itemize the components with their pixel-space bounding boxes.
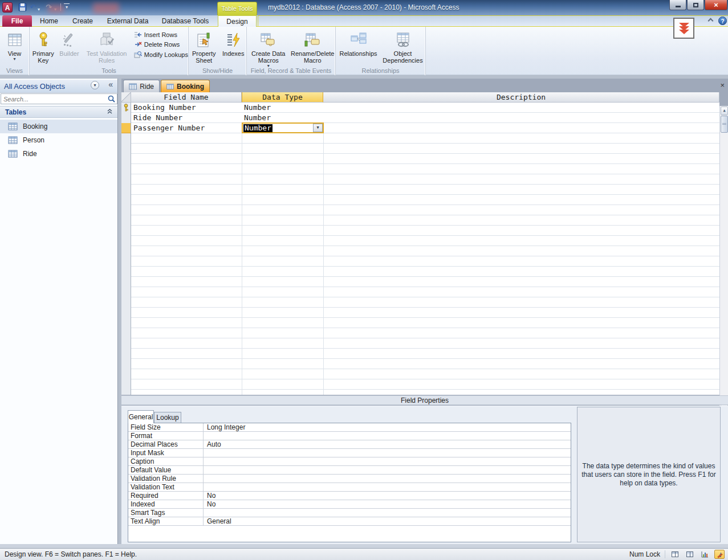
tab-file[interactable]: File bbox=[2, 15, 32, 27]
document-tab-ride[interactable]: Ride bbox=[123, 80, 160, 92]
grid-vertical-scrollbar[interactable]: ▲ ▼ bbox=[719, 106, 728, 408]
tab-lookup[interactable]: Lookup bbox=[154, 412, 181, 423]
down-arrow-icon bbox=[679, 30, 689, 34]
data-type-cell[interactable]: Number bbox=[242, 103, 323, 113]
wand-icon bbox=[62, 30, 76, 50]
relationships-button[interactable]: Relationships bbox=[336, 28, 381, 57]
primary-key-icon bbox=[123, 104, 129, 112]
search-input[interactable] bbox=[1, 93, 117, 104]
tab-external-data[interactable]: External Data bbox=[101, 15, 154, 27]
minimize-icon bbox=[676, 6, 681, 7]
qat-customize-icon[interactable]: ▾ bbox=[64, 3, 70, 10]
property-sheet-button[interactable]: Property Sheet bbox=[189, 28, 219, 64]
insert-rows-button[interactable]: Insert Rows bbox=[134, 31, 188, 38]
create-data-macros-button[interactable]: Create Data Macros ▾ bbox=[247, 28, 290, 68]
property-row-text-align[interactable]: Text Align General bbox=[128, 517, 571, 526]
column-header-description[interactable]: Description bbox=[323, 92, 719, 103]
minimize-button[interactable] bbox=[669, 0, 686, 10]
field-name-cell[interactable]: Passenger Number bbox=[131, 123, 242, 133]
nav-group-header-tables[interactable]: Tables bbox=[0, 106, 117, 118]
key-icon bbox=[38, 30, 49, 50]
delete-rows-label: Delete Rows bbox=[144, 41, 180, 48]
datasheet-view-button[interactable] bbox=[670, 550, 680, 559]
description-cell[interactable] bbox=[323, 103, 719, 113]
access-logo-icon[interactable]: A bbox=[2, 2, 13, 13]
field-row-ride-number[interactable]: Ride Number Number bbox=[121, 113, 719, 123]
macro-icon bbox=[303, 30, 322, 50]
sidebar-item-booking[interactable]: Booking bbox=[0, 120, 117, 133]
property-row-input-mask[interactable]: Input Mask bbox=[128, 449, 571, 457]
field-row-booking-number[interactable]: Booking Number Number bbox=[121, 103, 719, 113]
status-bar: Design view. F6 = Switch panes. F1 = Hel… bbox=[0, 548, 728, 560]
row-selector-column bbox=[121, 103, 131, 395]
search-icon[interactable] bbox=[108, 95, 115, 103]
datasheet-view-icon bbox=[7, 30, 22, 50]
shutter-bar-close-icon[interactable]: « bbox=[108, 80, 113, 89]
pivottable-view-button[interactable] bbox=[685, 550, 695, 559]
scroll-up-icon[interactable]: ▲ bbox=[721, 107, 728, 115]
restore-button[interactable] bbox=[687, 0, 704, 10]
data-type-dropdown-button[interactable]: ▼ bbox=[313, 124, 323, 132]
property-row-smart-tags[interactable]: Smart Tags bbox=[128, 509, 571, 517]
property-row-validation-rule[interactable]: Validation Rule bbox=[128, 475, 571, 483]
object-dependencies-button[interactable]: Object Dependencies bbox=[381, 28, 425, 64]
ribbon-collapse-icon[interactable] bbox=[709, 19, 714, 24]
pivotchart-view-button[interactable] bbox=[699, 550, 710, 559]
property-row-field-size[interactable]: Field Size Long Integer bbox=[128, 423, 571, 432]
field-name-cell[interactable]: Ride Number bbox=[131, 113, 242, 123]
data-macro-icon bbox=[259, 30, 278, 50]
delete-rows-button[interactable]: Delete Rows bbox=[134, 41, 188, 48]
modify-lookups-button[interactable]: Modify Lookups bbox=[134, 51, 188, 58]
row-selector[interactable] bbox=[121, 113, 131, 123]
property-grid: Field Size Long Integer Format Decimal P… bbox=[128, 423, 571, 542]
grid-body[interactable]: Booking Number Number Ride Number Number… bbox=[121, 103, 719, 395]
property-row-format[interactable]: Format bbox=[128, 432, 571, 440]
column-header-data-type[interactable]: Data Type bbox=[242, 92, 323, 103]
table-icon bbox=[8, 150, 18, 158]
undo-dropdown-icon[interactable]: ▾ bbox=[38, 5, 40, 14]
property-row-caption[interactable]: Caption bbox=[128, 457, 571, 466]
primary-key-button[interactable]: Primary Key bbox=[30, 28, 57, 64]
description-cell[interactable] bbox=[323, 123, 719, 133]
sidebar-item-ride[interactable]: Ride bbox=[0, 147, 117, 161]
sidebar-item-person[interactable]: Person bbox=[0, 133, 117, 147]
close-document-icon[interactable]: × bbox=[720, 81, 725, 89]
description-cell[interactable] bbox=[323, 113, 719, 123]
data-type-cell[interactable]: Number bbox=[242, 113, 323, 123]
current-row-selector[interactable] bbox=[121, 123, 131, 133]
close-button[interactable]: × bbox=[705, 0, 727, 10]
design-view-button[interactable] bbox=[714, 550, 725, 559]
property-row-validation-text[interactable]: Validation Text bbox=[128, 483, 571, 492]
grid-corner-cell[interactable] bbox=[121, 92, 131, 103]
indexes-button[interactable]: Indexes bbox=[220, 28, 246, 57]
property-row-decimal-places[interactable]: Decimal Places Auto bbox=[128, 440, 571, 449]
tab-database-tools[interactable]: Database Tools bbox=[156, 15, 214, 27]
property-row-indexed[interactable]: Indexed No bbox=[128, 500, 571, 509]
scrollbar-thumb[interactable] bbox=[721, 116, 728, 133]
help-icon[interactable]: ? bbox=[718, 17, 727, 25]
undo-icon[interactable]: ↶ bbox=[30, 3, 36, 12]
tab-create[interactable]: Create bbox=[66, 15, 99, 27]
data-type-editor[interactable]: Number ▼ bbox=[242, 122, 324, 133]
property-row-required[interactable]: Required No bbox=[128, 492, 571, 500]
document-tab-booking[interactable]: Booking bbox=[161, 80, 210, 92]
field-row-passenger-number[interactable]: Passenger Number bbox=[121, 123, 719, 133]
row-selector[interactable] bbox=[121, 103, 131, 113]
tab-home[interactable]: Home bbox=[34, 15, 64, 27]
table-icon bbox=[8, 136, 18, 144]
collapse-group-icon[interactable] bbox=[107, 108, 113, 115]
nav-pane-header[interactable]: All Access Objects bbox=[0, 80, 117, 93]
ribbon-group-tools: Primary Key Builder Test Validation Rule… bbox=[30, 27, 189, 75]
field-name-cell[interactable]: Booking Number bbox=[131, 103, 242, 113]
tab-general[interactable]: General bbox=[128, 410, 154, 423]
pivotchart-view-icon bbox=[701, 551, 709, 558]
save-icon[interactable] bbox=[18, 3, 27, 11]
rename-delete-macro-button[interactable]: Rename/Delete Macro bbox=[290, 28, 335, 64]
column-header-field-name[interactable]: Field Name bbox=[131, 92, 242, 103]
view-button[interactable]: View ▾ bbox=[7, 28, 22, 62]
property-row-default-value[interactable]: Default Value bbox=[128, 466, 571, 475]
nav-pane-menu-icon[interactable]: ▾ bbox=[91, 81, 99, 89]
ribbon: View ▾ Views Primary Key Builder bbox=[0, 27, 728, 75]
tab-design[interactable]: Design bbox=[218, 15, 257, 27]
triple-down-arrow-button[interactable] bbox=[673, 18, 694, 39]
